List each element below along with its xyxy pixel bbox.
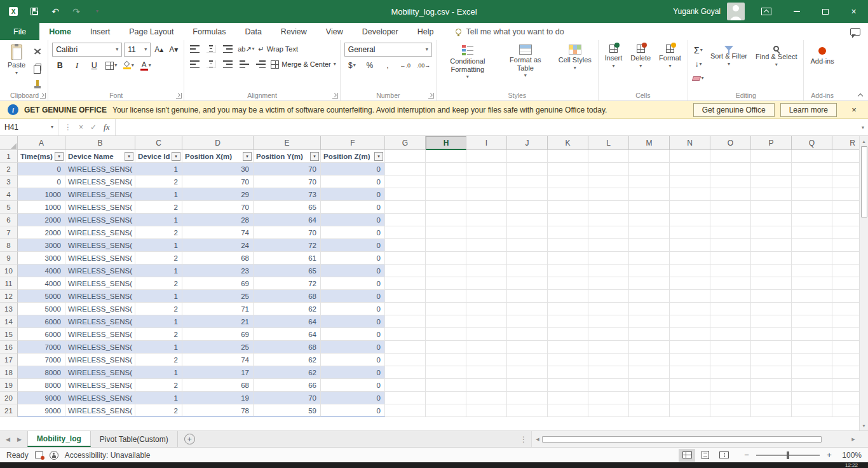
name-box[interactable]: H41 ▾ [0,119,58,135]
cell-E17[interactable]: 62 [254,354,321,366]
cell-Q21[interactable] [792,404,832,417]
comments-icon[interactable] [850,28,860,36]
cell-Q4[interactable] [792,188,832,201]
cell-R11[interactable] [832,277,859,290]
cell-R8[interactable] [832,239,859,252]
cell-K19[interactable] [548,379,588,392]
cell-P5[interactable] [751,201,792,214]
row-header-6[interactable]: 6 [0,214,18,226]
cell-D7[interactable]: 74 [182,226,254,239]
cell-I3[interactable] [466,176,507,188]
number-format-select[interactable]: General ▾ [344,43,432,57]
cell-K8[interactable] [548,239,588,252]
cell-F8[interactable]: 0 [321,239,385,252]
cell-B3[interactable]: WIRELESS_SENS( [65,176,135,188]
cell-A21[interactable]: 9000 [18,404,65,417]
cell-H4[interactable] [426,188,466,201]
cell-C8[interactable]: 1 [135,239,182,252]
cell-J4[interactable] [507,188,548,201]
cell-L9[interactable] [588,252,629,265]
cell-H9[interactable] [426,252,466,265]
cell-H10[interactable] [426,265,466,277]
cell-R21[interactable] [832,404,859,417]
align-bottom-button[interactable] [221,43,234,55]
cell-C18[interactable]: 1 [135,366,182,379]
cell-B9[interactable]: WIRELESS_SENS( [65,252,135,265]
cut-button[interactable] [31,45,44,58]
cell-C6[interactable]: 1 [135,214,182,226]
orientation-button[interactable]: ab↗▾ [238,43,254,55]
sheet-nav-right-button[interactable]: ▶ [17,436,22,443]
tell-me-box[interactable]: Tell me what you want to do [456,23,564,40]
cell-B19[interactable]: WIRELESS_SENS( [65,379,135,392]
learn-more-button[interactable]: Learn more [780,103,837,117]
format-button[interactable]: Format ▾ [656,43,684,71]
cell-L1[interactable] [588,150,629,163]
cell-N13[interactable] [670,303,710,315]
cell-R3[interactable] [832,176,859,188]
cell-N20[interactable] [670,392,710,404]
cell-N9[interactable] [670,252,710,265]
cell-O1[interactable] [710,150,751,163]
cell-Q1[interactable] [792,150,832,163]
cell-M9[interactable] [629,252,670,265]
normal-view-button[interactable] [679,449,695,462]
cell-K11[interactable] [548,277,588,290]
zoom-out-button[interactable]: − [742,450,751,460]
cell-P21[interactable] [751,404,792,417]
cell-J13[interactable] [507,303,548,315]
scroll-down-button[interactable]: ▼ [860,420,868,430]
tab-help[interactable]: Help [408,23,444,40]
cell-F18[interactable]: 0 [321,366,385,379]
cell-R16[interactable] [832,341,859,354]
cell-D15[interactable]: 69 [182,328,254,341]
cell-H5[interactable] [426,201,466,214]
cell-D14[interactable]: 21 [182,315,254,328]
filter-button[interactable]: ▾ [374,152,383,161]
cell-O7[interactable] [710,226,751,239]
cell-M1[interactable] [629,150,670,163]
cell-E5[interactable]: 65 [254,201,321,214]
cell-I12[interactable] [466,290,507,303]
cell-D3[interactable]: 70 [182,176,254,188]
cell-B5[interactable]: WIRELESS_SENS( [65,201,135,214]
row-header-8[interactable]: 8 [0,239,18,252]
cell-A2[interactable]: 0 [18,163,65,176]
find-select-button[interactable]: Find & Select ▾ [753,43,799,69]
cell-C21[interactable]: 2 [135,404,182,417]
cell-F12[interactable]: 0 [321,290,385,303]
cell-B8[interactable]: WIRELESS_SENS( [65,239,135,252]
cell-F19[interactable]: 0 [321,379,385,392]
cell-B21[interactable]: WIRELESS_SENS( [65,404,135,417]
cell-N7[interactable] [670,226,710,239]
cell-M7[interactable] [629,226,670,239]
delete-button[interactable]: Delete ▾ [628,43,653,71]
filter-button[interactable]: ▾ [172,152,180,161]
tab-page-layout[interactable]: Page Layout [119,23,183,40]
cell-I6[interactable] [466,214,507,226]
dialog-launcher-icon[interactable] [176,93,182,99]
cell-P15[interactable] [751,328,792,341]
cell-O21[interactable] [710,404,751,417]
row-header-9[interactable]: 9 [0,252,18,265]
cell-L19[interactable] [588,379,629,392]
cell-F20[interactable]: 0 [321,392,385,404]
font-size-select[interactable]: 11 ▾ [124,43,151,57]
cell-M11[interactable] [629,277,670,290]
cell-L20[interactable] [588,392,629,404]
cell-B15[interactable]: WIRELESS_SENS( [65,328,135,341]
cell-L7[interactable] [588,226,629,239]
cell-P6[interactable] [751,214,792,226]
cell-K17[interactable] [548,354,588,366]
paste-button[interactable]: Paste ▾ [5,43,28,78]
cell-F17[interactable]: 0 [321,354,385,366]
cell-K1[interactable] [548,150,588,163]
cell-E21[interactable]: 59 [254,404,321,417]
cell-N19[interactable] [670,379,710,392]
cell-K13[interactable] [548,303,588,315]
cell-E13[interactable]: 62 [254,303,321,315]
underline-button[interactable]: U [88,59,100,72]
cell-H7[interactable] [426,226,466,239]
cell-N15[interactable] [670,328,710,341]
cell-H20[interactable] [426,392,466,404]
